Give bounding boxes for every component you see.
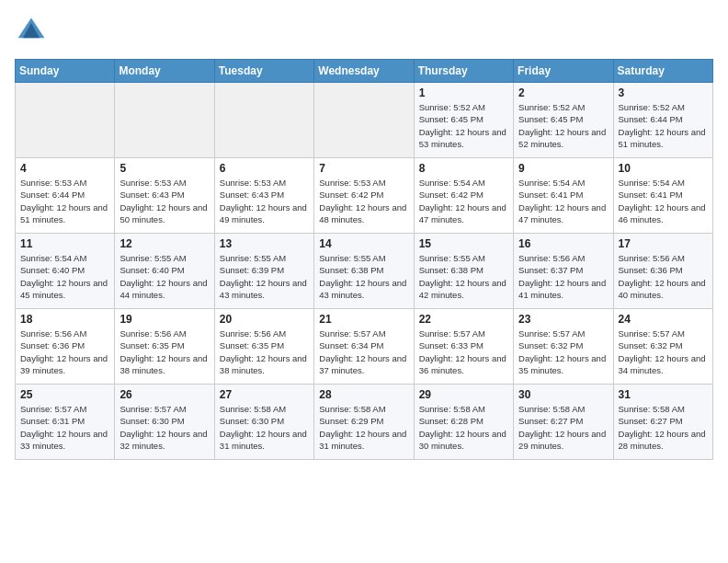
calendar-table: SundayMondayTuesdayWednesdayThursdayFrid…	[15, 59, 713, 460]
calendar-cell: 17Sunrise: 5:56 AM Sunset: 6:36 PM Dayli…	[613, 234, 712, 309]
day-number: 22	[419, 313, 508, 326]
calendar-week-1: 1Sunrise: 5:52 AM Sunset: 6:45 PM Daylig…	[16, 83, 713, 158]
day-info: Sunrise: 5:57 AM Sunset: 6:33 PM Dayligh…	[419, 327, 508, 376]
calendar-cell: 8Sunrise: 5:54 AM Sunset: 6:42 PM Daylig…	[414, 158, 513, 234]
day-info: Sunrise: 5:57 AM Sunset: 6:32 PM Dayligh…	[619, 327, 708, 376]
calendar-cell: 26Sunrise: 5:57 AM Sunset: 6:30 PM Dayli…	[115, 385, 214, 460]
calendar-cell: 25Sunrise: 5:57 AM Sunset: 6:31 PM Dayli…	[16, 385, 115, 460]
day-info: Sunrise: 5:54 AM Sunset: 6:41 PM Dayligh…	[619, 177, 708, 225]
day-info: Sunrise: 5:56 AM Sunset: 6:36 PM Dayligh…	[619, 252, 708, 301]
day-info: Sunrise: 5:52 AM Sunset: 6:45 PM Dayligh…	[419, 101, 508, 150]
day-number: 23	[518, 313, 608, 326]
day-info: Sunrise: 5:58 AM Sunset: 6:27 PM Dayligh…	[619, 403, 708, 452]
calendar-cell: 14Sunrise: 5:55 AM Sunset: 6:38 PM Dayli…	[314, 234, 414, 309]
logo-icon	[15, 15, 48, 48]
calendar-cell: 10Sunrise: 5:54 AM Sunset: 6:41 PM Dayli…	[613, 158, 712, 234]
day-number: 28	[319, 388, 408, 401]
day-number: 2	[518, 86, 608, 99]
day-info: Sunrise: 5:54 AM Sunset: 6:41 PM Dayligh…	[518, 177, 608, 225]
day-number: 12	[119, 237, 209, 250]
weekday-header-saturday: Saturday	[613, 60, 712, 83]
day-number: 24	[619, 313, 708, 326]
day-info: Sunrise: 5:52 AM Sunset: 6:45 PM Dayligh…	[518, 101, 608, 150]
day-info: Sunrise: 5:56 AM Sunset: 6:35 PM Dayligh…	[220, 327, 309, 376]
day-info: Sunrise: 5:55 AM Sunset: 6:39 PM Dayligh…	[220, 252, 309, 301]
calendar-cell: 24Sunrise: 5:57 AM Sunset: 6:32 PM Dayli…	[613, 309, 712, 385]
calendar-cell: 12Sunrise: 5:55 AM Sunset: 6:40 PM Dayli…	[115, 234, 214, 309]
calendar-week-2: 4Sunrise: 5:53 AM Sunset: 6:44 PM Daylig…	[16, 158, 713, 234]
day-number: 18	[20, 313, 109, 326]
calendar-cell: 16Sunrise: 5:56 AM Sunset: 6:37 PM Dayli…	[514, 234, 613, 309]
day-info: Sunrise: 5:56 AM Sunset: 6:37 PM Dayligh…	[518, 252, 608, 301]
day-info: Sunrise: 5:53 AM Sunset: 6:43 PM Dayligh…	[220, 177, 309, 225]
calendar-cell: 27Sunrise: 5:58 AM Sunset: 6:30 PM Dayli…	[214, 385, 313, 460]
day-info: Sunrise: 5:58 AM Sunset: 6:28 PM Dayligh…	[419, 403, 508, 452]
calendar-cell: 15Sunrise: 5:55 AM Sunset: 6:38 PM Dayli…	[414, 234, 513, 309]
calendar-week-5: 25Sunrise: 5:57 AM Sunset: 6:31 PM Dayli…	[16, 385, 713, 460]
day-number: 29	[419, 388, 508, 401]
calendar-header: SundayMondayTuesdayWednesdayThursdayFrid…	[16, 60, 713, 83]
day-number: 13	[220, 237, 309, 250]
calendar-cell	[214, 83, 313, 158]
day-info: Sunrise: 5:58 AM Sunset: 6:30 PM Dayligh…	[220, 403, 309, 452]
calendar-cell: 2Sunrise: 5:52 AM Sunset: 6:45 PM Daylig…	[514, 83, 613, 158]
weekday-header-friday: Friday	[514, 60, 613, 83]
day-number: 26	[119, 388, 209, 401]
day-info: Sunrise: 5:53 AM Sunset: 6:42 PM Dayligh…	[319, 177, 408, 225]
calendar-cell: 4Sunrise: 5:53 AM Sunset: 6:44 PM Daylig…	[16, 158, 115, 234]
day-number: 30	[518, 388, 608, 401]
day-info: Sunrise: 5:53 AM Sunset: 6:43 PM Dayligh…	[119, 177, 209, 225]
day-number: 8	[419, 162, 508, 175]
day-info: Sunrise: 5:55 AM Sunset: 6:40 PM Dayligh…	[119, 252, 209, 301]
day-number: 15	[419, 237, 508, 250]
page-header	[15, 15, 713, 48]
calendar-cell: 21Sunrise: 5:57 AM Sunset: 6:34 PM Dayli…	[314, 309, 414, 385]
day-number: 17	[619, 237, 708, 250]
weekday-header-row: SundayMondayTuesdayWednesdayThursdayFrid…	[16, 60, 713, 83]
day-number: 31	[619, 388, 708, 401]
day-number: 11	[20, 237, 109, 250]
weekday-header-monday: Monday	[115, 60, 214, 83]
day-number: 14	[319, 237, 408, 250]
calendar-cell: 30Sunrise: 5:58 AM Sunset: 6:27 PM Dayli…	[514, 385, 613, 460]
day-number: 16	[518, 237, 608, 250]
calendar-week-3: 11Sunrise: 5:54 AM Sunset: 6:40 PM Dayli…	[16, 234, 713, 309]
day-number: 1	[419, 86, 508, 99]
day-number: 4	[20, 162, 109, 175]
day-info: Sunrise: 5:55 AM Sunset: 6:38 PM Dayligh…	[319, 252, 408, 301]
calendar-cell: 18Sunrise: 5:56 AM Sunset: 6:36 PM Dayli…	[16, 309, 115, 385]
weekday-header-thursday: Thursday	[414, 60, 513, 83]
calendar-cell: 13Sunrise: 5:55 AM Sunset: 6:39 PM Dayli…	[214, 234, 313, 309]
day-info: Sunrise: 5:55 AM Sunset: 6:38 PM Dayligh…	[419, 252, 508, 301]
calendar-cell	[314, 83, 414, 158]
day-info: Sunrise: 5:58 AM Sunset: 6:29 PM Dayligh…	[319, 403, 408, 452]
day-number: 27	[220, 388, 309, 401]
day-number: 5	[119, 162, 209, 175]
calendar-cell: 28Sunrise: 5:58 AM Sunset: 6:29 PM Dayli…	[314, 385, 414, 460]
weekday-header-sunday: Sunday	[16, 60, 115, 83]
calendar-cell: 5Sunrise: 5:53 AM Sunset: 6:43 PM Daylig…	[115, 158, 214, 234]
day-info: Sunrise: 5:52 AM Sunset: 6:44 PM Dayligh…	[619, 101, 708, 150]
calendar-cell: 11Sunrise: 5:54 AM Sunset: 6:40 PM Dayli…	[16, 234, 115, 309]
calendar-cell: 22Sunrise: 5:57 AM Sunset: 6:33 PM Dayli…	[414, 309, 513, 385]
calendar-cell	[115, 83, 214, 158]
day-info: Sunrise: 5:57 AM Sunset: 6:32 PM Dayligh…	[518, 327, 608, 376]
day-info: Sunrise: 5:57 AM Sunset: 6:31 PM Dayligh…	[20, 403, 109, 452]
day-number: 6	[220, 162, 309, 175]
day-number: 19	[119, 313, 209, 326]
calendar-cell: 9Sunrise: 5:54 AM Sunset: 6:41 PM Daylig…	[514, 158, 613, 234]
calendar-week-4: 18Sunrise: 5:56 AM Sunset: 6:36 PM Dayli…	[16, 309, 713, 385]
day-number: 10	[619, 162, 708, 175]
logo	[15, 15, 53, 48]
day-number: 7	[319, 162, 408, 175]
day-info: Sunrise: 5:54 AM Sunset: 6:42 PM Dayligh…	[419, 177, 508, 225]
day-number: 9	[518, 162, 608, 175]
calendar-cell	[16, 83, 115, 158]
calendar-body: 1Sunrise: 5:52 AM Sunset: 6:45 PM Daylig…	[16, 83, 713, 460]
calendar-cell: 6Sunrise: 5:53 AM Sunset: 6:43 PM Daylig…	[214, 158, 313, 234]
day-info: Sunrise: 5:53 AM Sunset: 6:44 PM Dayligh…	[20, 177, 109, 225]
calendar-cell: 1Sunrise: 5:52 AM Sunset: 6:45 PM Daylig…	[414, 83, 513, 158]
calendar-cell: 7Sunrise: 5:53 AM Sunset: 6:42 PM Daylig…	[314, 158, 414, 234]
day-info: Sunrise: 5:54 AM Sunset: 6:40 PM Dayligh…	[20, 252, 109, 301]
day-info: Sunrise: 5:58 AM Sunset: 6:27 PM Dayligh…	[518, 403, 608, 452]
